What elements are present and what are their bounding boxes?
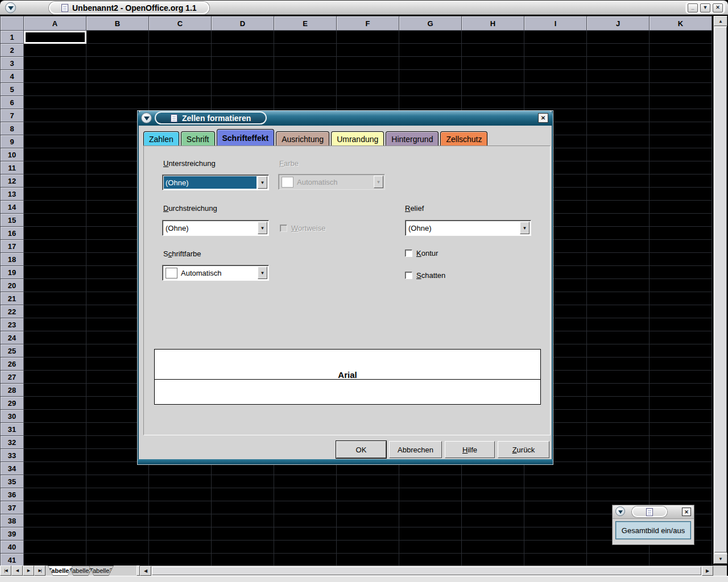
row-header-25[interactable]: 25 [0,344,24,357]
row-header-33[interactable]: 33 [0,449,24,462]
sheet-first-button[interactable]: |◀ [0,566,11,576]
floating-window-close-button[interactable]: ✕ [682,508,691,516]
column-header-G[interactable]: G [399,16,462,31]
dialog-titlebar[interactable]: Zellen formatieren ✕ [138,111,553,126]
sheet-last-button[interactable]: ▶| [34,566,46,576]
row-header-3[interactable]: 3 [0,57,24,70]
row-header-37[interactable]: 37 [0,501,24,514]
horizontal-scrollbar[interactable]: ◀ ▶ [140,566,713,576]
ok-button[interactable]: OK [336,441,386,458]
column-header-I[interactable]: I [524,16,587,31]
column-header-F[interactable]: F [337,16,399,31]
row-header-19[interactable]: 19 [0,266,24,279]
tab-schrift[interactable]: Schrift [181,131,215,146]
row-header-26[interactable]: 26 [0,357,24,371]
dialog-title-pill[interactable]: Zellen formatieren [155,111,267,124]
column-header-A[interactable]: A [24,16,86,31]
row-header-16[interactable]: 16 [0,227,24,240]
tab-schrifteffekt[interactable]: Schrifteffekt [217,129,275,146]
row-header-7[interactable]: 7 [0,109,24,122]
window-menu-button[interactable] [5,2,16,13]
row-header-27[interactable]: 27 [0,371,24,384]
row-header-18[interactable]: 18 [0,253,24,266]
tab-umrandung[interactable]: Umrandung [331,131,384,146]
row-header-13[interactable]: 13 [0,188,24,201]
checkbox-icon[interactable] [405,272,412,279]
row-header-31[interactable]: 31 [0,423,24,436]
column-header-H[interactable]: H [462,16,524,31]
floating-window-title-pill[interactable] [632,506,667,517]
row-header-17[interactable]: 17 [0,240,24,253]
row-header-10[interactable]: 10 [0,148,24,161]
column-header-D[interactable]: D [212,16,274,31]
row-header-38[interactable]: 38 [0,514,24,527]
scroll-right-button[interactable]: ▶ [702,566,713,576]
row-header-14[interactable]: 14 [0,201,24,214]
column-header-B[interactable]: B [86,16,149,31]
column-header-K[interactable]: K [650,16,712,31]
row-header-8[interactable]: 8 [0,122,24,135]
window-titlebar[interactable]: Unbenannt2 - OpenOffice.org 1.1 _ ▼ ✕ [0,0,728,15]
row-header-11[interactable]: 11 [0,161,24,174]
row-header-29[interactable]: 29 [0,397,24,410]
chevron-down-icon[interactable]: ▼ [258,176,267,189]
column-header-E[interactable]: E [274,16,337,31]
row-header-5[interactable]: 5 [0,83,24,96]
sheet-tab-tabelle3[interactable]: Tabelle3 [89,566,114,576]
tab-zellschutz[interactable]: Zellschutz [440,131,487,146]
schriftfarbe-combobox[interactable]: Automatisch ▼ [162,265,269,281]
select-all-corner[interactable] [0,16,24,31]
kontur-checkbox[interactable]: Kontur [405,249,438,257]
abbrechen-button[interactable]: Abbrechen [389,441,442,458]
row-header-22[interactable]: 22 [0,305,24,318]
hilfe-button[interactable]: Hilfe [445,441,495,458]
row-header-28[interactable]: 28 [0,384,24,397]
row-header-24[interactable]: 24 [0,331,24,344]
row-header-30[interactable]: 30 [0,410,24,423]
floating-window-titlebar[interactable]: ✕ [613,505,694,519]
dialog-close-button[interactable]: ✕ [538,113,548,123]
tab-ausrichtung[interactable]: Ausrichtung [276,131,329,146]
relief-combobox[interactable]: (Ohne) ▼ [405,220,531,236]
column-header-J[interactable]: J [587,16,650,31]
zurueck-button[interactable]: Zurück [498,441,549,458]
row-header-9[interactable]: 9 [0,135,24,148]
dialog-menu-button[interactable] [141,113,152,123]
row-header-1[interactable]: 1 [0,31,24,44]
row-header-21[interactable]: 21 [0,292,24,305]
close-button[interactable]: ✕ [713,3,723,13]
sheet-next-button[interactable]: ▶ [23,566,34,576]
row-header-2[interactable]: 2 [0,44,24,57]
row-header-40[interactable]: 40 [0,541,24,554]
window-title-pill[interactable]: Unbenannt2 - OpenOffice.org 1.1 [49,2,209,14]
chevron-down-icon[interactable]: ▼ [520,222,530,234]
column-header-C[interactable]: C [149,16,212,31]
row-header-41[interactable]: 41 [0,554,24,566]
row-header-23[interactable]: 23 [0,318,24,331]
row-header-34[interactable]: 34 [0,462,24,475]
row-header-12[interactable]: 12 [0,174,24,188]
durchstreichung-combobox[interactable]: (Ohne) ▼ [162,220,269,236]
vertical-scrollbar[interactable]: ▲ ▼ [713,16,727,564]
tab-zahlen[interactable]: Zahlen [143,131,179,146]
row-header-32[interactable]: 32 [0,436,24,449]
minimize-button[interactable]: _ [688,3,698,13]
row-header-4[interactable]: 4 [0,70,24,83]
tab-hintergrund[interactable]: Hintergrund [386,131,439,146]
floating-window-menu-button[interactable] [615,506,625,516]
checkbox-icon[interactable] [405,250,412,257]
unterstreichung-combobox[interactable]: (Ohne) ▼ [162,174,269,190]
sheet-tab-tabelle1[interactable]: Tabelle1 [48,566,73,576]
chevron-down-icon[interactable]: ▼ [258,267,267,279]
sheet-prev-button[interactable]: ◀ [11,566,23,576]
row-header-6[interactable]: 6 [0,96,24,109]
vertical-scrollbar-thumb[interactable] [714,27,727,552]
horizontal-scrollbar-thumb[interactable] [152,567,701,575]
schatten-checkbox[interactable]: Schatten [405,271,445,280]
maximize-button[interactable]: ▼ [700,3,710,13]
scroll-down-button[interactable]: ▼ [714,554,727,564]
row-header-15[interactable]: 15 [0,214,24,227]
row-header-20[interactable]: 20 [0,279,24,292]
scroll-up-button[interactable]: ▲ [714,16,727,26]
scroll-left-button[interactable]: ◀ [140,566,151,576]
